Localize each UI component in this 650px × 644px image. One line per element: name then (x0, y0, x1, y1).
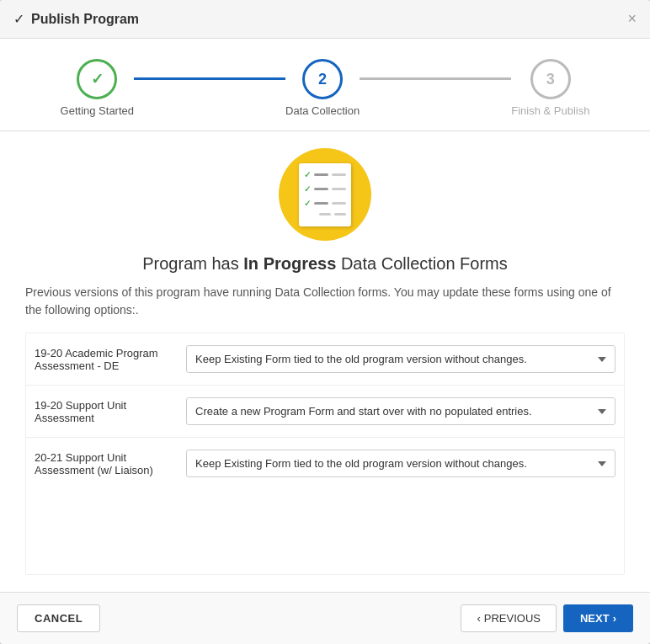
forms-container: 19-20 Academic Program Assessment - DE K… (25, 333, 625, 575)
next-label: NEXT (580, 612, 610, 625)
form-row-0: 19-20 Academic Program Assessment - DE K… (26, 333, 624, 386)
doc-line-3: ✓ (304, 199, 346, 208)
modal-title-area: ✓ Publish Program (13, 11, 139, 27)
step-finish-publish: 3 Finish & Publish (511, 59, 589, 117)
prev-chevron-icon: ‹ (477, 612, 480, 625)
modal-footer: CANCEL ‹ PREVIOUS NEXT › (0, 592, 650, 644)
form-name-0: 19-20 Academic Program Assessment - DE (35, 347, 169, 372)
form-select-0[interactable]: Keep Existing Form tied to the old progr… (186, 345, 615, 373)
heading-prefix: Program has (142, 254, 243, 273)
doc-line-2: ✓ (304, 184, 346, 194)
header-check-icon: ✓ (13, 11, 24, 27)
doc-bar-2b (332, 188, 346, 190)
heading-suffix: Data Collection Forms (336, 254, 507, 273)
hero-icon: ✓ ✓ ✓ (25, 148, 625, 241)
close-icon[interactable]: × (627, 10, 637, 28)
stepper: ✓ Getting Started 2 Data Collection 3 Fi… (0, 39, 650, 131)
doc-bar-2 (314, 188, 328, 190)
step-getting-started: ✓ Getting Started (61, 59, 134, 117)
doc-bar-1 (314, 173, 328, 176)
doc-check-2: ✓ (304, 184, 311, 194)
step-label-data-collection: Data Collection (285, 104, 360, 117)
next-button[interactable]: NEXT › (563, 604, 633, 632)
doc-line-4 (304, 213, 346, 216)
form-select-2[interactable]: Keep Existing Form tied to the old progr… (186, 450, 615, 477)
doc-bar-4 (319, 213, 331, 216)
step-circle-finish-publish: 3 (530, 59, 571, 99)
step-circle-getting-started: ✓ (77, 59, 117, 99)
footer-right: ‹ PREVIOUS NEXT › (461, 604, 633, 632)
doc-bar-3b (332, 202, 346, 205)
step-label-finish-publish: Finish & Publish (511, 104, 589, 117)
next-chevron-icon: › (613, 612, 616, 625)
heading-bold: In Progress (243, 254, 336, 273)
checklist-doc: ✓ ✓ ✓ (299, 163, 351, 226)
form-row-2: 20-21 Support Unit Assessment (w/ Liaiso… (26, 438, 624, 489)
main-heading: Program has In Progress Data Collection … (25, 254, 625, 274)
doc-line-1: ✓ (304, 170, 346, 179)
doc-bar-1b (332, 173, 346, 176)
cancel-button[interactable]: CANCEL (17, 604, 100, 632)
form-select-1[interactable]: Keep Existing Form tied to the old progr… (186, 397, 615, 425)
form-row-1: 19-20 Support Unit Assessment Keep Exist… (26, 386, 624, 438)
doc-check-3: ✓ (304, 199, 311, 208)
doc-bar-3 (314, 202, 328, 205)
checklist-circle: ✓ ✓ ✓ (279, 148, 371, 241)
publish-program-modal: ✓ Publish Program × ✓ Getting Started 2 … (0, 0, 650, 644)
step-connector-2 (360, 77, 511, 80)
step-circle-data-collection: 2 (302, 59, 343, 99)
step-connector-1 (134, 77, 285, 80)
modal-header: ✓ Publish Program × (0, 0, 650, 39)
doc-bar-4b (334, 213, 346, 216)
doc-check-1: ✓ (304, 170, 311, 179)
previous-label: PREVIOUS (484, 612, 541, 625)
form-name-2: 20-21 Support Unit Assessment (w/ Liaiso… (35, 451, 169, 476)
modal-title: Publish Program (31, 12, 139, 27)
sub-text: Previous versions of this program have r… (25, 284, 625, 319)
modal-body: ✓ ✓ ✓ (0, 131, 650, 592)
previous-button[interactable]: ‹ PREVIOUS (461, 604, 557, 632)
step-data-collection: 2 Data Collection (285, 59, 360, 117)
step-label-getting-started: Getting Started (61, 104, 134, 117)
form-name-1: 19-20 Support Unit Assessment (35, 399, 169, 424)
